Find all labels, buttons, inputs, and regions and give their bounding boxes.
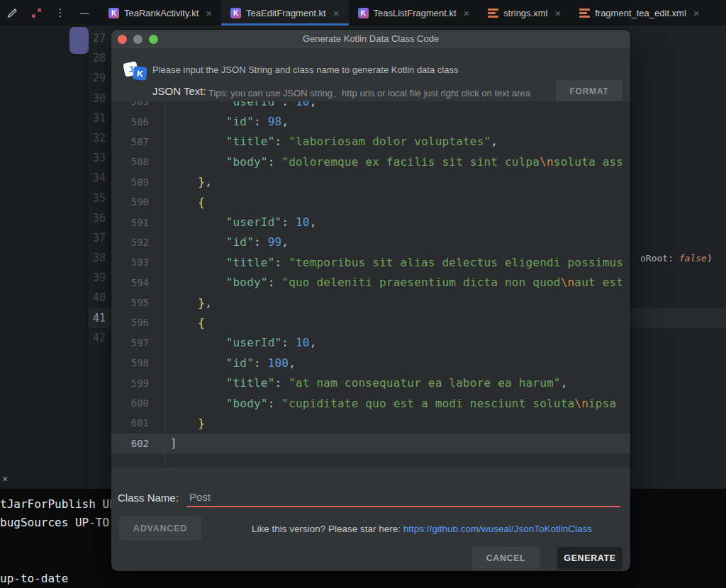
line-number: 32 bbox=[89, 128, 106, 148]
tab-label: TeaEditFragment.kt bbox=[246, 8, 326, 18]
console-line: bugSources UP-TO-D bbox=[0, 516, 123, 529]
console-line: tJarForPublish UP- bbox=[0, 497, 123, 511]
json-line-number: 587 bbox=[111, 136, 152, 147]
line-number: 35 bbox=[89, 188, 106, 208]
restore-windows-icon[interactable] bbox=[30, 6, 43, 19]
close-tab-icon[interactable]: × bbox=[464, 7, 470, 19]
line-number: 31 bbox=[89, 108, 106, 128]
editor-tab-bar: ⋮ — KTeaRankActivity.kt×KTeaEditFragment… bbox=[0, 0, 726, 26]
minimize-icon[interactable]: — bbox=[78, 6, 91, 19]
json-editor-line: 591 "userId": 10, bbox=[111, 212, 630, 232]
json-editor-line: 594 "body": "quo deleniti praesentium di… bbox=[111, 273, 630, 293]
json-editor-line: 589 }, bbox=[111, 172, 630, 192]
json-line-number: 591 bbox=[111, 217, 152, 228]
json-line-number: 601 bbox=[111, 417, 152, 429]
tab-label: strings.xml bbox=[503, 8, 547, 18]
json-editor-line: 587 "title": "laboriosam dolor voluptate… bbox=[111, 132, 630, 152]
json-line-number: 602 bbox=[111, 438, 152, 449]
line-number: 38 bbox=[89, 248, 106, 268]
json-editor-line: 601 } bbox=[111, 413, 630, 433]
advanced-button[interactable]: ADVANCED bbox=[119, 516, 201, 541]
editor-code-fragment: oRoot: false) bbox=[640, 253, 713, 264]
line-number: 27 bbox=[89, 28, 106, 48]
editor-tab[interactable]: fragment_tea_edit.xml× bbox=[570, 0, 708, 26]
scrollbar-thumb[interactable] bbox=[69, 27, 89, 54]
json-line-number: 589 bbox=[111, 176, 152, 188]
json-line-number: 592 bbox=[111, 237, 152, 248]
json-line-number: 585 bbox=[111, 101, 152, 107]
json-editor-line: 588 "body": "doloremque ex facilis sit s… bbox=[111, 152, 630, 171]
github-link[interactable]: https://github.com/wuseal/JsonToKotlinCl… bbox=[403, 524, 592, 534]
json-line-number: 597 bbox=[111, 337, 152, 349]
close-window-icon[interactable] bbox=[118, 35, 127, 44]
close-tab-icon[interactable]: × bbox=[206, 7, 212, 19]
kebab-menu-icon[interactable]: ⋮ bbox=[54, 6, 67, 19]
close-tab-icon[interactable]: × bbox=[554, 7, 561, 19]
class-name-label: Class Name: bbox=[118, 492, 179, 504]
close-tab-icon[interactable]: × bbox=[693, 7, 700, 19]
json-editor-line: 597 "userId": 10, bbox=[111, 333, 630, 353]
line-number: 36 bbox=[89, 208, 106, 228]
line-number: 42 bbox=[89, 328, 106, 348]
line-number: 30 bbox=[89, 89, 106, 108]
json-editor-line: 590 { bbox=[111, 192, 630, 212]
tab-label: TeasListFragment.kt bbox=[374, 8, 457, 18]
close-toolwindow-icon[interactable]: × bbox=[2, 473, 8, 485]
brush-icon[interactable] bbox=[6, 6, 18, 19]
json-editor-line: 593 "title": "temporibus sit alias delec… bbox=[111, 252, 630, 272]
json-line-number: 595 bbox=[111, 297, 152, 308]
line-number: 34 bbox=[89, 168, 106, 188]
dialog-subtitle: Please input the JSON String and class n… bbox=[152, 64, 458, 75]
editor-tab[interactable]: KTeaEditFragment.kt× bbox=[221, 0, 348, 26]
class-name-value: Post bbox=[186, 487, 211, 503]
kotlin-file-icon: K bbox=[230, 8, 241, 18]
dialog-titlebar[interactable]: Generate Kotlin Data Class Code bbox=[111, 30, 630, 49]
editor-tab[interactable]: strings.xml× bbox=[479, 0, 570, 26]
json-editor-line: 599 "title": "at nam consequatur ea labo… bbox=[111, 373, 630, 392]
editor-tab[interactable]: KTeasListFragment.kt× bbox=[349, 0, 479, 26]
indent-guide-line bbox=[164, 101, 165, 466]
xml-file-icon bbox=[488, 9, 498, 18]
format-button[interactable]: FORMAT bbox=[556, 80, 622, 103]
xml-file-icon bbox=[579, 9, 590, 18]
json-editor-line: 586 "id": 98, bbox=[111, 111, 630, 131]
line-number: 28 bbox=[89, 48, 106, 68]
json-editor-line: 595 }, bbox=[111, 293, 630, 312]
json-line-number: 590 bbox=[111, 196, 152, 208]
json-line-number: 599 bbox=[111, 378, 152, 389]
tab-label: TeaRankActivity.kt bbox=[124, 8, 199, 18]
line-number: 41 bbox=[89, 308, 106, 328]
json-line-number: 586 bbox=[111, 116, 152, 128]
json-text-label: JSON Text: bbox=[152, 85, 206, 97]
line-number: 37 bbox=[89, 228, 106, 248]
minimize-window-icon[interactable] bbox=[133, 35, 143, 44]
json-editor-line: 600 "body": "cupiditate quo est a modi n… bbox=[111, 393, 630, 413]
dialog-title: Generate Kotlin Data Class Code bbox=[111, 30, 630, 48]
json-line-number: 594 bbox=[111, 277, 152, 288]
json-tips-text: Tips: you can use JSON string、http urls … bbox=[208, 87, 530, 100]
console-status-line: up-to-date bbox=[0, 572, 68, 585]
line-number: 39 bbox=[89, 268, 106, 288]
close-tab-icon[interactable]: × bbox=[333, 7, 340, 19]
json-editor-line: 592 "id": 99, bbox=[111, 232, 630, 252]
json-line-number: 598 bbox=[111, 357, 152, 368]
json-editor-line: 596 { bbox=[111, 312, 630, 332]
class-name-input[interactable]: Post bbox=[186, 487, 620, 507]
tab-label: fragment_tea_edit.xml bbox=[595, 8, 686, 18]
json-line-number: 593 bbox=[111, 256, 152, 268]
kotlin-file-icon: K bbox=[108, 8, 119, 18]
json-editor-line: 602] bbox=[111, 434, 630, 453]
kotlin-file-icon: K bbox=[358, 8, 369, 18]
editor-tab[interactable]: KTeaRankActivity.kt× bbox=[99, 0, 221, 26]
line-number: 29 bbox=[89, 68, 106, 88]
line-number: 40 bbox=[89, 288, 106, 307]
zoom-window-icon[interactable] bbox=[149, 35, 158, 44]
cancel-button[interactable]: CANCEL bbox=[472, 547, 540, 570]
generate-button[interactable]: GENERATE bbox=[557, 547, 622, 570]
line-number: 33 bbox=[89, 148, 106, 168]
left-panel bbox=[0, 26, 89, 489]
json-editor-line: 598 "id": 100, bbox=[111, 353, 630, 373]
json-line-number: 588 bbox=[111, 156, 152, 167]
json-to-kotlin-logo-icon: JK bbox=[124, 60, 151, 84]
json-text-area[interactable]: 585 "userId": 10,586 "id": 98,587 "title… bbox=[111, 101, 630, 468]
